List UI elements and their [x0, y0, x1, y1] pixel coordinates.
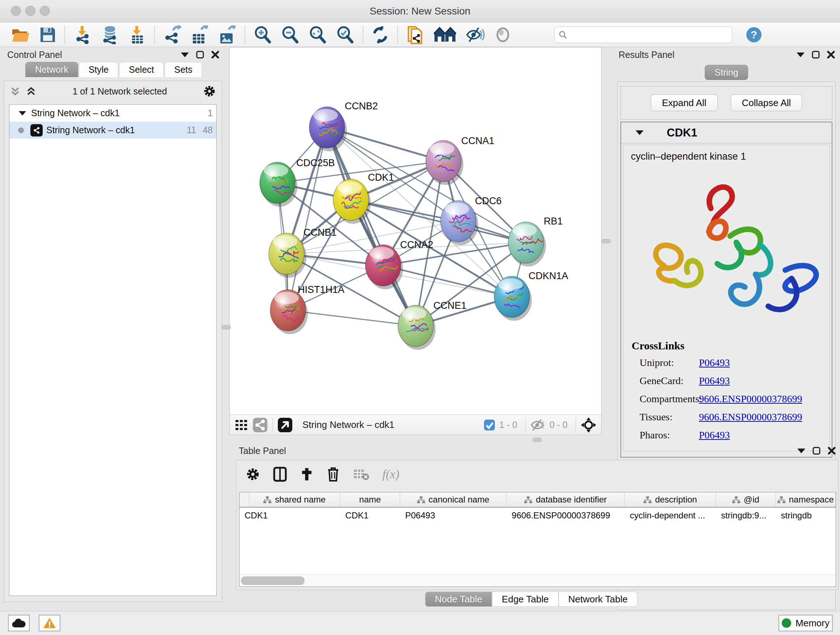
close-panel-icon[interactable] — [827, 51, 835, 59]
left-splitter-handle[interactable] — [221, 325, 231, 329]
warnings-button[interactable] — [39, 615, 60, 631]
zoom-fit-button[interactable] — [304, 24, 332, 45]
show-graphics-details-button[interactable] — [490, 24, 516, 45]
export-image-button[interactable] — [213, 24, 241, 45]
column-header-database-identifier[interactable]: database identifier — [507, 492, 625, 507]
node-CCNB1[interactable]: CCNB1 — [269, 227, 337, 278]
search-box[interactable] — [554, 27, 732, 43]
table-options-gear-icon[interactable] — [246, 467, 260, 481]
help-button[interactable]: ? — [741, 24, 767, 45]
column-header-name[interactable]: name — [340, 492, 400, 507]
node-RB1[interactable]: RB1 — [508, 216, 563, 266]
export-table-button[interactable] — [186, 24, 213, 45]
tab-string[interactable]: String — [705, 65, 748, 80]
float-panel-icon[interactable] — [813, 447, 821, 455]
table-horizontal-scrollbar[interactable] — [239, 575, 836, 587]
column-header-canonical-name[interactable]: canonical name — [400, 492, 507, 507]
zoom-out-button[interactable] — [276, 24, 304, 45]
collapse-all-button[interactable]: Collapse All — [731, 95, 802, 111]
crosslink-link[interactable]: P06493 — [699, 357, 730, 369]
table-cell[interactable]: stringdb:9... — [716, 510, 775, 521]
tab-node-table[interactable]: Node Table — [425, 592, 492, 607]
table-cell[interactable]: CDK1 — [240, 510, 340, 521]
panel-menu-icon[interactable] — [181, 52, 189, 57]
import-network-file-button[interactable] — [69, 24, 95, 45]
delete-column-icon[interactable] — [327, 466, 340, 482]
column-header--id[interactable]: @id — [716, 492, 775, 507]
float-panel-icon[interactable] — [196, 51, 204, 59]
close-panel-icon[interactable] — [211, 51, 219, 59]
network-canvas[interactable]: CCNB2CCNA1CDC25BCDK1CDC6RB1CCNB1CCNA2CDK… — [230, 48, 601, 415]
cloud-status-button[interactable] — [8, 615, 30, 631]
crosslink-link[interactable]: 9606.ENSP00000378699 — [699, 411, 802, 423]
tab-network-table[interactable]: Network Table — [559, 592, 638, 607]
enhanced-graphics-button[interactable] — [461, 24, 490, 45]
tab-sets[interactable]: Sets — [164, 62, 202, 77]
expand-all-icon[interactable] — [26, 86, 36, 97]
node-CDKN1A[interactable]: CDKN1A — [494, 271, 568, 321]
network-view-icon[interactable] — [252, 417, 268, 433]
network-row[interactable]: String Network – cdk1 11 48 — [9, 122, 216, 139]
zoom-window-button[interactable] — [40, 6, 50, 16]
selected-checkbox-icon[interactable] — [483, 419, 496, 431]
node-CCNE1[interactable]: CCNE1 — [398, 300, 467, 350]
close-panel-icon[interactable] — [828, 447, 836, 455]
panel-menu-icon[interactable] — [797, 52, 805, 57]
node-CDC6[interactable]: CDC6 — [441, 195, 502, 245]
grid-view-icon[interactable] — [234, 418, 248, 432]
column-header-shared-name[interactable]: shared name — [249, 492, 340, 507]
table-cell[interactable]: P06493 — [400, 510, 507, 521]
table-row[interactable]: CDK1CDK1P064939606.ENSP00000378699cyclin… — [240, 508, 836, 524]
node-result-header[interactable]: CDK1 — [621, 122, 832, 143]
tab-network[interactable]: Network — [25, 62, 78, 77]
node-table[interactable]: shared namenamecanonical namedatabase id… — [239, 492, 836, 575]
tab-edge-table[interactable]: Edge Table — [492, 592, 559, 607]
save-session-button[interactable] — [35, 24, 61, 45]
memory-button[interactable]: Memory — [778, 615, 833, 631]
tab-style[interactable]: Style — [79, 62, 118, 77]
table-cell[interactable]: stringdb — [776, 510, 836, 521]
edge-CCNB2-HIST1H1A[interactable] — [288, 127, 327, 310]
collection-expand-icon[interactable] — [19, 111, 26, 116]
share-document-button[interactable] — [401, 24, 429, 45]
delete-table-icon[interactable] — [353, 467, 369, 481]
collapse-entry-icon[interactable] — [636, 130, 644, 135]
minimize-window-button[interactable] — [25, 6, 35, 16]
refresh-button[interactable] — [367, 24, 393, 45]
function-builder-button[interactable]: f(x) — [382, 467, 399, 481]
add-column-icon[interactable] — [300, 467, 314, 482]
right-splitter-handle[interactable] — [601, 239, 611, 243]
import-network-database-button[interactable] — [95, 24, 125, 45]
export-network-button[interactable] — [158, 24, 186, 45]
birdseye-crosshair-icon[interactable] — [580, 417, 597, 433]
node-CDK1[interactable]: CDK1 — [333, 172, 394, 224]
options-gear-icon[interactable] — [203, 85, 216, 98]
table-cell[interactable]: CDK1 — [340, 510, 400, 521]
detach-view-icon[interactable] — [277, 417, 293, 433]
horizontal-splitter-handle[interactable] — [532, 438, 542, 442]
node-CCNB2[interactable]: CCNB2 — [309, 101, 378, 151]
string-home-button[interactable] — [429, 24, 461, 45]
network-collection-row[interactable]: String Network – cdk1 1 — [9, 105, 216, 122]
table-cell[interactable]: cyclin-dependent ... — [625, 510, 716, 521]
hidden-eye-icon[interactable] — [530, 418, 546, 432]
edge-CCNB2-CCNE1[interactable] — [327, 127, 416, 326]
panel-menu-icon[interactable] — [797, 448, 805, 453]
expand-all-button[interactable]: Expand All — [651, 95, 718, 111]
search-input[interactable] — [568, 30, 720, 40]
crosslink-link[interactable]: P06493 — [699, 375, 730, 386]
float-panel-icon[interactable] — [812, 51, 820, 59]
table-cell[interactable]: 9606.ENSP00000378699 — [507, 510, 625, 521]
crosslink-link[interactable]: 9606.ENSP00000378699 — [699, 393, 802, 405]
column-header-description[interactable]: description — [625, 492, 716, 507]
node-CDC25B[interactable]: CDC25B — [260, 157, 335, 207]
open-session-button[interactable] — [6, 24, 35, 45]
import-table-button[interactable] — [125, 24, 150, 45]
scrollbar-thumb[interactable] — [241, 576, 305, 585]
tab-select[interactable]: Select — [119, 62, 164, 77]
collapse-all-icon[interactable] — [10, 86, 21, 97]
crosslink-link[interactable]: P06493 — [699, 429, 730, 441]
zoom-selected-button[interactable] — [332, 24, 359, 45]
show-columns-icon[interactable] — [273, 467, 287, 482]
column-header-namespace[interactable]: namespace — [776, 492, 836, 507]
